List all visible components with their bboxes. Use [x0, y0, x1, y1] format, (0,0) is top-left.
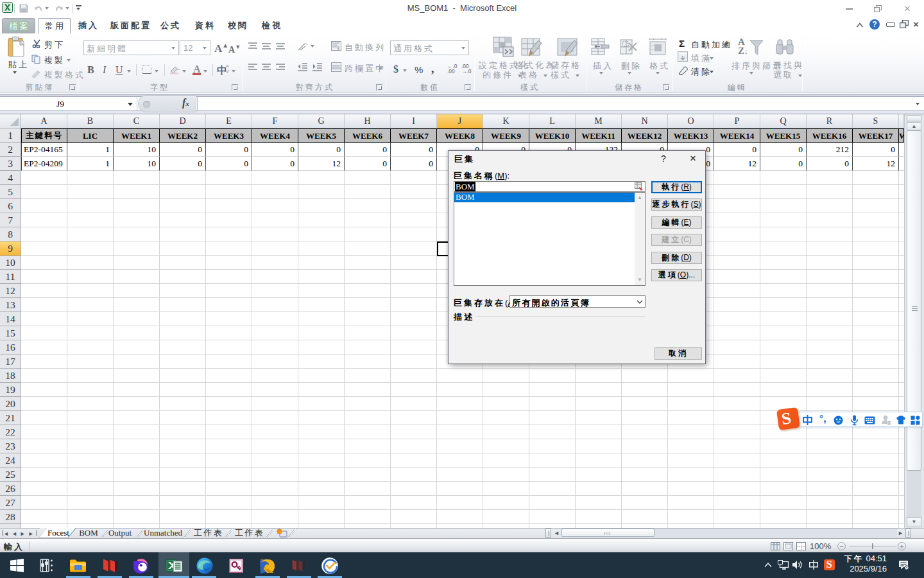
svg-text:2: 2 [888, 421, 891, 425]
